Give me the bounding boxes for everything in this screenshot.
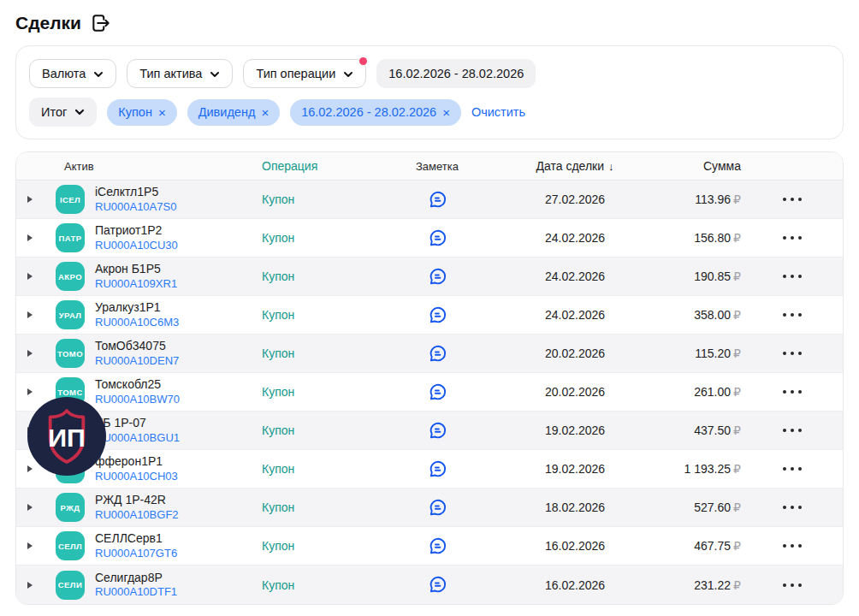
amount-value: 113.96 [695,192,731,206]
note-button[interactable] [428,267,447,287]
asset-name: СЕЛЛСерв1 [95,531,177,547]
asset-isin-link[interactable]: RU000A109XR1 [95,277,177,291]
asset-ticker-badge: ТОМО [56,339,85,368]
asset-isin-link[interactable]: RU000A107GT6 [95,547,177,560]
asset-isin-link[interactable]: RU000A10BGF2 [95,508,179,522]
table-row[interactable]: АКРО Акрон Б1Р5 RU000A109XR1 Купон 24.02… [16,258,843,296]
asset-isin-link[interactable]: RU000A10BW70 [95,393,180,406]
menu-cell [741,270,843,283]
deal-date: 24.02.2026 [484,270,666,283]
note-button[interactable] [428,228,447,248]
deal-date: 20.02.2026 [484,385,666,399]
date-range-picker[interactable]: 16.02.2026 - 28.02.2026 [376,59,536,88]
note-button[interactable] [428,536,447,556]
note-button[interactable] [428,498,447,518]
note-button[interactable] [428,421,447,441]
deal-date: 19.02.2026 [484,424,666,437]
filter-row-primary: Валюта Тип актива Тип операции 16.02.202… [29,59,830,88]
table-row[interactable]: ТОМС Томскобл25 RU000A10BW70 Купон 20.02… [16,373,843,412]
menu-cell [741,231,843,245]
row-menu-button[interactable] [775,578,809,592]
asset-isin-link[interactable]: RU000A10DEN7 [95,354,179,368]
header-date[interactable]: Дата сделки↓ [484,159,666,173]
total-dropdown[interactable]: Итог [29,98,97,127]
amount-value: 527.60 [694,500,731,514]
remove-chip-icon[interactable]: × [261,106,269,119]
remove-chip-icon[interactable]: × [442,106,450,119]
expand-caret-icon[interactable] [27,350,33,357]
filter-chip-daterange[interactable]: 16.02.2026 - 28.02.2026 × [290,99,461,126]
note-button[interactable] [428,305,447,325]
filter-chip-dividend[interactable]: Дивиденд × [187,99,280,126]
expand-caret-icon[interactable] [27,273,33,280]
row-menu-button[interactable] [775,270,809,283]
row-menu-button[interactable] [775,192,809,206]
expand-caret-icon[interactable] [27,311,33,318]
header-asset: Актив [56,160,262,173]
asset-isin-link[interactable]: RU000A10C6M3 [95,316,179,329]
expand-caret-icon[interactable] [27,234,33,241]
expand-caret-icon[interactable] [27,582,33,589]
asset-isin-link[interactable]: RU000A10BGU1 [95,431,180,445]
row-menu-button[interactable] [775,500,809,514]
note-button[interactable] [428,190,447,210]
table-row[interactable]: ХБ 1Р-07 RU000A10BGU1 Купон 19.02.2026 4… [16,412,843,450]
row-menu-button[interactable] [775,424,809,437]
sort-desc-icon[interactable]: ↓ [608,160,614,173]
note-comment-icon [428,421,447,441]
asset-isin-link[interactable]: RU000A10CH03 [95,470,178,483]
expand-caret-icon[interactable] [27,504,33,511]
asset-cell: ТОМО ТомОб34075 RU000A10DEN7 [56,339,262,368]
row-menu-button[interactable] [775,462,809,476]
amount-cell: 1 193.25₽ [666,462,741,476]
export-link-button[interactable] [90,12,112,34]
filter-chip-coupon[interactable]: Купон × [107,99,176,126]
note-cell [390,190,484,210]
row-menu-button[interactable] [775,308,809,322]
expand-cell [16,542,56,549]
note-comment-icon [428,344,447,364]
filters-panel: Валюта Тип актива Тип операции 16.02.202… [15,45,844,139]
note-button[interactable] [428,575,447,595]
amount-value: 437.50 [694,424,731,437]
row-menu-button[interactable] [775,231,809,245]
remove-chip-icon[interactable]: × [158,106,166,119]
note-button[interactable] [428,459,447,479]
clear-filters-link[interactable]: Очистить [471,105,525,119]
table-row[interactable]: РЖД РЖД 1Р-42R RU000A10BGF2 Купон 18.02.… [16,489,843,527]
ruble-symbol: ₽ [733,270,741,283]
deal-date: 19.02.2026 [484,462,666,476]
operation-type: Купон [262,578,390,592]
asset-isin-link[interactable]: RU000A10A7S0 [95,200,176,214]
operation-type-filter-dropdown[interactable]: Тип операции [243,59,366,88]
asset-name: ХБ 1Р-07 [95,416,180,431]
expand-caret-icon[interactable] [27,196,33,203]
table-row[interactable]: ТОМО ТомОб34075 RU000A10DEN7 Купон 20.02… [16,335,843,373]
amount-value: 115.20 [695,346,731,360]
operation-type: Купон [262,500,390,514]
row-menu-button[interactable] [775,539,809,553]
asset-type-filter-dropdown[interactable]: Тип актива [127,59,233,88]
deal-date: 16.02.2026 [484,539,666,553]
expand-caret-icon[interactable] [27,388,33,395]
note-button[interactable] [428,382,447,402]
currency-filter-dropdown[interactable]: Валюта [29,59,116,88]
asset-isin-link[interactable]: RU000A10CU30 [95,239,178,252]
table-body: ІСЕЛ iСелктл1Р5 RU000A10A7S0 Купон 27.02… [16,181,843,604]
table-row[interactable]: ІСЕЛ iСелктл1Р5 RU000A10A7S0 Купон 27.02… [16,181,843,219]
operation-type: Купон [262,539,390,553]
ruble-symbol: ₽ [733,385,741,399]
table-row[interactable]: СЕЛИ Селигдар8Р RU000A10DTF1 Купон 16.02… [16,566,843,604]
expand-caret-icon[interactable] [27,542,33,549]
chevron-down-icon [210,71,220,78]
table-row[interactable]: фферон1Р1 RU000A10CH03 Купон 19.02.2026 … [16,450,843,489]
note-button[interactable] [428,344,447,364]
table-row[interactable]: УРАЛ Уралкуз1Р1 RU000A10C6M3 Купон 24.02… [16,296,843,335]
row-menu-button[interactable] [775,385,809,399]
asset-isin-link[interactable]: RU000A10DTF1 [95,585,177,599]
table-row[interactable]: ПАТР Патриот1Р2 RU000A10CU30 Купон 24.02… [16,219,843,258]
table-row[interactable]: СЕЛЛ СЕЛЛСерв1 RU000A107GT6 Купон 16.02.… [16,527,843,566]
row-menu-button[interactable] [775,346,809,360]
note-comment-icon [428,498,447,518]
amount-cell: 358.00₽ [666,308,741,322]
